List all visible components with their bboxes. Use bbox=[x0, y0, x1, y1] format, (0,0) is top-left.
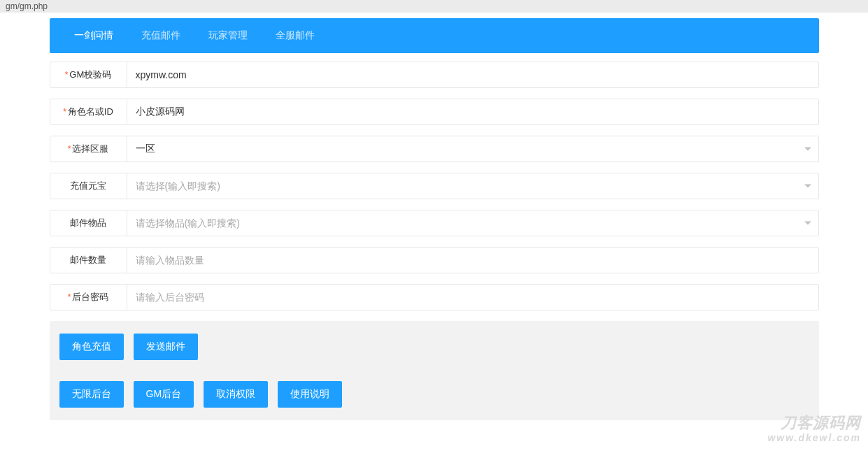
label-server: *选择区服 bbox=[50, 136, 127, 162]
label-mail-item: 邮件物品 bbox=[50, 210, 127, 236]
tab-recharge-mail[interactable]: 充值邮件 bbox=[127, 18, 194, 53]
form-section: *GM校验码 *角色名或ID *选择区服 充值元宝 bbox=[50, 62, 819, 310]
input-server[interactable] bbox=[127, 136, 818, 162]
url-bar: gm/gm.php bbox=[0, 0, 868, 13]
button-row-2: 无限后台 GM后台 取消权限 使用说明 bbox=[59, 381, 809, 408]
input-admin-pw[interactable] bbox=[127, 285, 818, 310]
send-mail-button[interactable]: 发送邮件 bbox=[134, 334, 198, 360]
row-server: *选择区服 bbox=[50, 136, 819, 162]
tab-server-mail[interactable]: 全服邮件 bbox=[262, 18, 329, 53]
row-recharge: 充值元宝 bbox=[50, 173, 819, 199]
input-mail-item[interactable] bbox=[127, 210, 818, 236]
tab-bar: 一剑问情 充值邮件 玩家管理 全服邮件 bbox=[50, 18, 819, 53]
button-row-1: 角色充值 发送邮件 bbox=[59, 334, 809, 360]
row-role-id: *角色名或ID bbox=[50, 99, 819, 125]
cancel-perm-button[interactable]: 取消权限 bbox=[204, 381, 268, 408]
input-gm-code[interactable] bbox=[127, 62, 818, 87]
label-recharge: 充值元宝 bbox=[50, 173, 127, 199]
usage-guide-button[interactable]: 使用说明 bbox=[278, 381, 342, 408]
tab-yijianwenqing[interactable]: 一剑问情 bbox=[60, 18, 127, 53]
input-role-id[interactable] bbox=[127, 99, 818, 124]
role-recharge-button[interactable]: 角色充值 bbox=[59, 334, 124, 360]
row-gm-code: *GM校验码 bbox=[50, 62, 819, 88]
select-recharge[interactable] bbox=[127, 173, 818, 199]
input-recharge[interactable] bbox=[127, 173, 818, 199]
label-gm-code: *GM校验码 bbox=[50, 62, 127, 87]
input-mail-qty[interactable] bbox=[127, 248, 818, 273]
row-mail-qty: 邮件数量 bbox=[50, 247, 819, 273]
label-mail-qty: 邮件数量 bbox=[50, 248, 127, 273]
gm-backend-button[interactable]: GM后台 bbox=[134, 381, 194, 408]
select-mail-item[interactable] bbox=[127, 210, 818, 236]
row-admin-pw: *后台密码 bbox=[50, 284, 819, 310]
select-server[interactable] bbox=[127, 136, 818, 162]
label-role-id: *角色名或ID bbox=[50, 99, 127, 124]
row-mail-item: 邮件物品 bbox=[50, 210, 819, 236]
button-section: 角色充值 发送邮件 无限后台 GM后台 取消权限 使用说明 bbox=[50, 321, 819, 420]
unlimited-backend-button[interactable]: 无限后台 bbox=[59, 381, 124, 408]
tab-player-manage[interactable]: 玩家管理 bbox=[194, 18, 262, 53]
label-admin-pw: *后台密码 bbox=[50, 285, 127, 310]
